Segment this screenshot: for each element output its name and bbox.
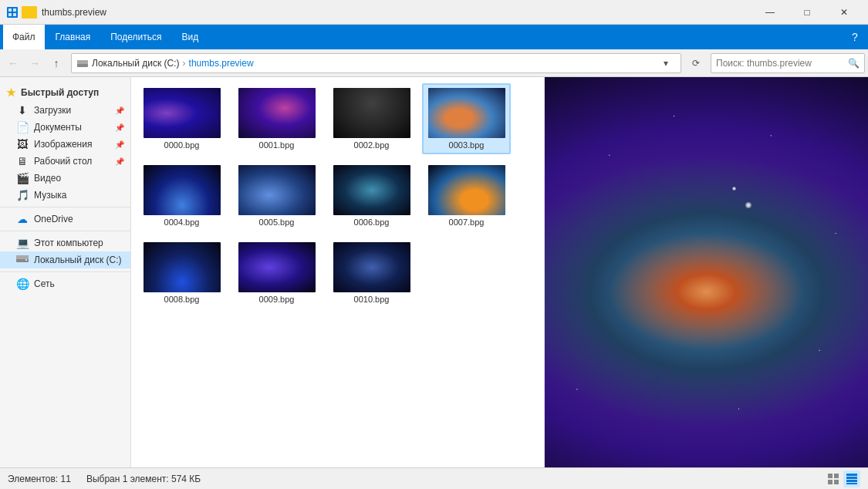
large-icons-view-button[interactable] <box>825 470 842 487</box>
tab-file[interactable]: Файл <box>3 25 45 49</box>
desktop-label: Рабочий стол <box>34 156 92 167</box>
this-pc-label: Этот компьютер <box>34 238 103 248</box>
quick-access-label: Быстрый доступ <box>21 87 99 98</box>
address-folder: thumbs.preview <box>189 58 254 69</box>
preview-image <box>545 77 868 467</box>
file-item-1[interactable]: 0001.bpg <box>232 83 321 154</box>
documents-icon: 📄 <box>15 121 29 133</box>
file-thumb-8 <box>144 242 221 292</box>
images-icon: 🖼 <box>15 138 29 150</box>
tab-view[interactable]: Вид <box>172 25 208 49</box>
file-item-7[interactable]: 0007.bpg <box>422 160 511 231</box>
maximize-button[interactable]: □ <box>789 0 825 25</box>
minimize-button[interactable]: — <box>752 0 788 25</box>
file-label-4: 0004.bpg <box>142 218 221 227</box>
address-bar[interactable]: Локальный диск (C:) › thumbs.preview ▾ <box>71 53 681 73</box>
svg-rect-17 <box>846 483 857 484</box>
sidebar-item-music[interactable]: 🎵 Музыка <box>0 187 130 204</box>
file-item-10[interactable]: 0010.bpg <box>327 238 416 309</box>
selection-info: Выбран 1 элемент: 574 КБ <box>86 474 201 484</box>
file-item-2[interactable]: 0002.bpg <box>327 83 416 154</box>
file-thumb-2 <box>333 88 410 138</box>
file-label-2: 0002.bpg <box>332 140 411 150</box>
item-count: Элементов: 11 <box>8 474 71 484</box>
this-pc-icon: 💻 <box>15 237 29 249</box>
content-area: 0000.bpg0001.bpg0002.bpg0003.bpg0004.bpg… <box>131 77 544 467</box>
file-item-6[interactable]: 0006.bpg <box>327 160 416 231</box>
app-icon <box>6 6 19 19</box>
sidebar-divider-2 <box>0 231 130 231</box>
sidebar-item-this-pc[interactable]: 💻 Этот компьютер <box>0 234 130 251</box>
svg-rect-10 <box>828 474 833 478</box>
ribbon-help-button[interactable]: ? <box>845 27 865 47</box>
quick-access-header[interactable]: ★ Быстрый доступ <box>0 83 130 102</box>
sidebar-item-network[interactable]: 🌐 Сеть <box>0 275 130 292</box>
onedrive-icon: ☁ <box>15 213 29 225</box>
local-disk-icon <box>15 254 29 266</box>
file-label-5: 0005.bpg <box>237 218 316 227</box>
status-bar: Элементов: 11 Выбран 1 элемент: 574 КБ <box>0 467 868 489</box>
address-dropdown-button[interactable]: ▾ <box>656 53 676 73</box>
tab-home[interactable]: Главная <box>46 25 100 49</box>
file-item-0[interactable]: 0000.bpg <box>137 83 226 154</box>
svg-rect-12 <box>828 480 833 484</box>
sidebar-item-documents[interactable]: 📄 Документы 📌 <box>0 119 130 136</box>
pin-icon-2: 📌 <box>115 123 124 132</box>
up-button[interactable]: ↑ <box>46 53 66 73</box>
file-item-9[interactable]: 0009.bpg <box>232 238 321 309</box>
back-button[interactable]: ← <box>3 53 23 73</box>
file-label-7: 0007.bpg <box>427 218 506 227</box>
sidebar-item-desktop[interactable]: 🖥 Рабочий стол 📌 <box>0 153 130 170</box>
sidebar-item-downloads[interactable]: ⬇ Загрузки 📌 <box>0 102 130 119</box>
tab-share[interactable]: Поделиться <box>101 25 171 49</box>
file-item-8[interactable]: 0008.bpg <box>137 238 226 309</box>
search-input[interactable] <box>716 58 848 69</box>
pin-icon-3: 📌 <box>115 140 124 149</box>
title-bar: thumbs.preview — □ ✕ <box>0 0 868 25</box>
svg-rect-2 <box>13 8 16 12</box>
downloads-icon: ⬇ <box>15 104 29 116</box>
network-icon: 🌐 <box>15 278 29 290</box>
file-thumb-0 <box>144 88 221 138</box>
refresh-button[interactable]: ⟳ <box>686 53 706 73</box>
file-label-10: 0010.bpg <box>332 295 411 304</box>
desktop-icon: 🖥 <box>15 155 29 167</box>
file-label-0: 0000.bpg <box>142 140 221 150</box>
sidebar-item-images[interactable]: 🖼 Изображения 📌 <box>0 136 130 153</box>
sidebar-divider-1 <box>0 207 130 207</box>
video-icon: 🎬 <box>15 172 29 184</box>
stars-overlay <box>545 77 868 467</box>
folder-icon <box>22 6 37 19</box>
file-item-4[interactable]: 0004.bpg <box>137 160 226 231</box>
preview-panel <box>544 77 868 467</box>
file-grid: 0000.bpg0001.bpg0002.bpg0003.bpg0004.bpg… <box>137 83 538 309</box>
sidebar-item-onedrive[interactable]: ☁ OneDrive <box>0 211 130 228</box>
music-label: Музыка <box>34 190 66 201</box>
close-button[interactable]: ✕ <box>826 0 862 25</box>
pin-icon: 📌 <box>115 106 124 115</box>
sidebar: ★ Быстрый доступ ⬇ Загрузки 📌 📄 Документ… <box>0 77 131 467</box>
file-item-5[interactable]: 0005.bpg <box>232 160 321 231</box>
svg-rect-11 <box>834 474 839 478</box>
sidebar-item-local-disk[interactable]: Локальный диск (С:) <box>0 251 130 268</box>
svg-rect-16 <box>846 480 857 482</box>
svg-rect-15 <box>846 477 857 479</box>
documents-label: Документы <box>34 122 82 133</box>
star-icon: ★ <box>6 86 16 99</box>
svg-rect-3 <box>8 13 12 16</box>
search-box[interactable]: 🔍 <box>711 53 865 73</box>
file-thumb-6 <box>333 165 410 215</box>
sidebar-item-video[interactable]: 🎬 Видео <box>0 170 130 187</box>
file-thumb-3 <box>428 88 505 138</box>
toolbar: ← → ↑ Локальный диск (C:) › thumbs.previ… <box>0 49 868 77</box>
forward-button[interactable]: → <box>25 53 45 73</box>
search-icon: 🔍 <box>848 58 860 69</box>
file-thumb-10 <box>333 242 410 292</box>
view-buttons <box>825 470 860 487</box>
images-label: Изображения <box>34 139 92 150</box>
details-view-button[interactable] <box>843 470 860 487</box>
file-thumb-9 <box>238 242 316 292</box>
svg-rect-13 <box>834 480 839 484</box>
file-item-3[interactable]: 0003.bpg <box>422 83 511 154</box>
svg-point-9 <box>25 259 27 261</box>
